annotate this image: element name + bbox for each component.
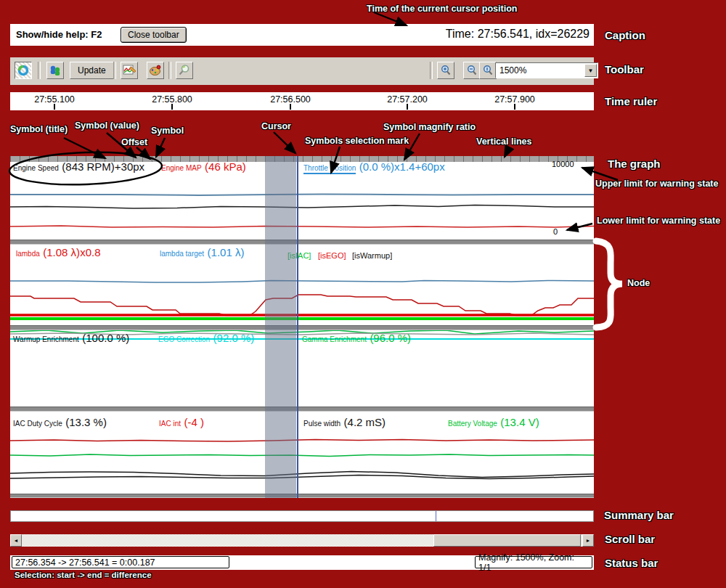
trace-iac-int xyxy=(10,440,594,442)
annotation-status-bar: Status bar xyxy=(605,557,658,569)
symbol-title: IAC int xyxy=(159,420,181,428)
symbol-engine-map[interactable]: Engine MAP (46 kPa) xyxy=(161,160,246,173)
annotation-summary-bar: Summary bar xyxy=(604,509,674,521)
auto-reload-button[interactable] xyxy=(15,62,32,79)
symbol-title: Battery Voltage xyxy=(448,420,497,428)
zoom-out-button[interactable] xyxy=(463,62,481,79)
caption-bar: Show/hide help: F2 Close toolbar Time: 2… xyxy=(10,24,594,46)
symbol-value: (13.4 V) xyxy=(500,416,539,428)
symbol-title: Engine MAP xyxy=(161,164,202,172)
symbol-ego-correction[interactable]: EGO Correction (92.0 %) xyxy=(158,332,254,345)
cursor-line[interactable] xyxy=(297,156,298,498)
status-bar: 27:56.354 -> 27:56.541 = 0:00.187 Magnif… xyxy=(10,555,594,570)
node-separator[interactable] xyxy=(10,325,594,330)
annotation-magnify-ratio: Symbol magnify ratio xyxy=(383,122,476,132)
symbols-button[interactable] xyxy=(46,62,64,79)
arrow-cursor xyxy=(274,132,295,153)
zoom-in-button[interactable] xyxy=(437,62,454,79)
selection-range-panel: 27:56.354 -> 27:56.541 = 0:00.187 xyxy=(12,556,229,568)
annotation-node: Node xyxy=(627,278,650,288)
symbol-gamma-enrichment[interactable]: Gamma Enrichment (96.0 %) xyxy=(302,332,411,345)
zoom-in-icon xyxy=(440,65,452,76)
close-toolbar-button[interactable]: Close toolbar xyxy=(121,27,187,43)
symbol-lambda[interactable]: lambda (1.08 λ)x0.8 xyxy=(16,246,100,259)
ruler-label: 27:56.500 xyxy=(258,94,323,105)
symbol-warmup-enrichment[interactable]: Warmup Enrichment (100.0 %) xyxy=(13,332,129,345)
symbol-lambda-target[interactable]: lambda target (1.01 λ) xyxy=(160,246,244,259)
symbol-title: Gamma Enrichment xyxy=(302,335,367,343)
edit-graph-button[interactable] xyxy=(121,62,138,79)
annotation-time-ruler: Time ruler xyxy=(605,95,657,107)
symbol-is-ego[interactable]: [isEGO] xyxy=(318,248,346,261)
symbol-title: Warmup Enrichment xyxy=(13,335,79,343)
annotation-caption: Caption xyxy=(605,29,645,41)
lower-limit-value: 0 xyxy=(553,227,558,236)
chart-edit-icon xyxy=(123,64,136,77)
annotation-selection-mark: Symbols selection mark xyxy=(305,136,409,146)
arrow-symbol-title xyxy=(64,138,105,158)
summary-bar[interactable] xyxy=(10,510,594,522)
symbol-value: (13.3 %) xyxy=(65,416,107,428)
symbol-value: (1.08 λ) xyxy=(43,246,80,258)
symbol-value: (100.0 %) xyxy=(82,332,129,344)
selection-band[interactable] xyxy=(265,156,296,498)
annotation-cursor: Cursor xyxy=(261,121,291,131)
symbol-value: (-4 ) xyxy=(184,416,204,428)
symbol-iac-duty-cycle[interactable]: IAC Duty Cycle (13.3 %) xyxy=(13,416,107,429)
symbol-iac-int[interactable]: IAC int (-4 ) xyxy=(159,416,204,429)
symbol-is-warmup[interactable]: [isWarmup] xyxy=(352,248,392,261)
symbol-pulse-width[interactable]: Pulse width (4.2 mS) xyxy=(303,416,386,429)
search-button[interactable] xyxy=(176,62,193,79)
magnify-value: 1500% xyxy=(499,65,526,75)
colors-button[interactable] xyxy=(147,62,164,79)
symbol-value: (46 kPa) xyxy=(205,160,246,173)
annotation-the-graph: The graph xyxy=(608,158,661,170)
ruler-label: 27:55.100 xyxy=(22,94,87,105)
symbol-throttle-position[interactable]: Throttle Position (0.0 %)x1.4+60px xyxy=(303,160,445,173)
cursor-time-label: Time: 27:56.541, idx=26229 xyxy=(446,28,590,41)
zoom-one-icon xyxy=(482,65,494,76)
ruler-tick xyxy=(290,104,291,110)
time-ruler[interactable]: 27:55.100 27:55.800 27:56.500 27:57.200 … xyxy=(10,92,594,110)
symbol-value: (843 RPM) xyxy=(62,160,115,173)
annotation-symbol: Symbol xyxy=(151,126,184,136)
ruler-tick xyxy=(407,104,408,110)
scroll-left-button[interactable]: ◄ xyxy=(10,534,22,547)
zoom-reset-button[interactable] xyxy=(479,62,497,79)
annotation-toolbar: Toolbar xyxy=(605,63,644,75)
symbol-engine-speed[interactable]: Engine Speed (843 RPM)+30px xyxy=(13,160,144,173)
help-hint-label: Show/hide help: F2 xyxy=(16,29,102,40)
annotation-symbol-value: Symbol (value) xyxy=(75,121,139,131)
symbol-value: (0.0 %) xyxy=(359,160,394,173)
ruler-label: 27:55.800 xyxy=(139,94,205,105)
annotation-vertical-lines: Vertical lines xyxy=(476,136,531,147)
symbol-title: lambda target xyxy=(160,250,204,258)
symbol-offset: +30px xyxy=(115,160,144,173)
graph-area[interactable]: Engine Speed (843 RPM)+30px Engine MAP (… xyxy=(10,156,594,498)
node-separator[interactable] xyxy=(10,240,594,245)
symbol-title: IAC Duty Cycle xyxy=(13,420,62,428)
graph-bottom-bar xyxy=(10,494,594,498)
trace-engine-speed xyxy=(10,205,594,209)
symbol-magnify-ratio: x1.4+60px xyxy=(394,160,445,173)
scroll-thumb[interactable] xyxy=(433,534,581,547)
symbol-title: [isWarmup] xyxy=(352,251,392,260)
arrow-symbol xyxy=(156,138,165,157)
upper-limit-value: 10000 xyxy=(552,160,574,168)
node-separator[interactable] xyxy=(10,407,594,412)
scroll-right-button[interactable]: ► xyxy=(582,534,594,547)
annotation-symbol-title: Symbol (title) xyxy=(10,124,68,134)
symbol-value: (4.2 mS) xyxy=(344,416,386,428)
trace-lambda xyxy=(10,295,594,316)
palette-icon xyxy=(149,64,162,77)
scroll-bar[interactable]: ◄ ► xyxy=(10,534,594,547)
annotation-scroll-bar: Scroll bar xyxy=(605,533,655,545)
zoom-out-icon xyxy=(466,65,478,76)
combobox-dropdown-button[interactable]: ▼ xyxy=(584,64,597,77)
annotation-lower-limit: Lower limit for warning state xyxy=(597,216,720,226)
magnify-combobox[interactable]: 1500% ▼ xyxy=(495,62,598,78)
node-brace xyxy=(596,241,622,327)
ruler-tick xyxy=(514,104,515,110)
symbol-battery-voltage[interactable]: Battery Voltage (13.4 V) xyxy=(448,416,539,429)
update-button[interactable]: Update xyxy=(70,62,114,79)
